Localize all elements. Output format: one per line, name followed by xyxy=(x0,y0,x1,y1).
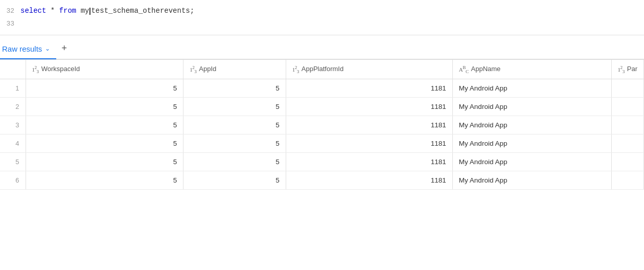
cell-par-1 xyxy=(611,79,643,98)
type-icon-appname: ABC xyxy=(459,65,469,74)
col-icon-workspaceid: 123 WorkspaceId xyxy=(32,65,80,74)
col-header-appname[interactable]: ABC AppName xyxy=(452,59,611,79)
cell-appplatformid-2: 1181 xyxy=(286,98,452,116)
cell-appname-3: My Android App xyxy=(452,116,611,134)
keyword-from: from xyxy=(59,7,77,15)
cell-workspaceid-3: 5 xyxy=(26,116,183,134)
tabs-bar: Raw results ⌄ + xyxy=(0,35,644,59)
cell-appid-6: 5 xyxy=(183,171,286,190)
cell-row_num-3: 3 xyxy=(0,116,26,134)
type-icon-par: 123 xyxy=(618,65,625,74)
cell-appid-3: 5 xyxy=(183,116,286,134)
type-icon-appid: 123 xyxy=(190,65,196,74)
cell-workspaceid-1: 5 xyxy=(26,79,183,98)
code-content-32: select * from mytest_schema_otherevents; xyxy=(20,5,194,16)
cell-appid-4: 5 xyxy=(183,134,286,153)
col-icon-appname: ABC AppName xyxy=(459,65,500,74)
table-row: 1551181My Android App xyxy=(0,79,644,98)
cell-appid-5: 5 xyxy=(183,153,286,171)
table-row: 5551181My Android App xyxy=(0,153,644,171)
line-number-33: 33 xyxy=(0,19,20,30)
cell-workspaceid-4: 5 xyxy=(26,134,183,153)
col-header-appplatformid[interactable]: 123 AppPlatformId xyxy=(286,59,452,79)
cell-row_num-5: 5 xyxy=(0,153,26,171)
type-icon-workspaceid: 123 xyxy=(32,65,39,74)
code-text: test_schema_otherevents; xyxy=(91,7,194,15)
col-icon-par: 123 Par xyxy=(618,65,637,74)
col-label-par: Par xyxy=(627,65,637,73)
col-label-appid: AppId xyxy=(199,65,216,73)
results-table: 123 WorkspaceId 123 AppId 123 AppPlatfor… xyxy=(0,59,644,190)
cell-workspaceid-6: 5 xyxy=(26,171,183,190)
cell-appplatformid-4: 1181 xyxy=(286,134,452,153)
add-tab-icon: + xyxy=(61,43,67,54)
code-line-32: 32 select * from mytest_schema_othereven… xyxy=(0,4,644,18)
col-header-par[interactable]: 123 Par xyxy=(611,59,643,79)
type-icon-appplatformid: 123 xyxy=(292,65,299,74)
cell-appplatformid-3: 1181 xyxy=(286,116,452,134)
table-row: 3551181My Android App xyxy=(0,116,644,134)
cell-appid-2: 5 xyxy=(183,98,286,116)
keyword-select: select xyxy=(20,7,46,15)
tab-raw-results[interactable]: Raw results ⌄ xyxy=(0,41,56,59)
col-header-rownum xyxy=(0,59,26,79)
cell-row_num-2: 2 xyxy=(0,98,26,116)
add-tab-button[interactable]: + xyxy=(56,41,72,59)
cell-par-5 xyxy=(611,153,643,171)
cell-appname-4: My Android App xyxy=(452,134,611,153)
code-text: * xyxy=(51,7,59,15)
cell-par-2 xyxy=(611,98,643,116)
cell-workspaceid-2: 5 xyxy=(26,98,183,116)
cell-appplatformid-6: 1181 xyxy=(286,171,452,190)
table-row: 6551181My Android App xyxy=(0,171,644,190)
table-row: 2551181My Android App xyxy=(0,98,644,116)
table-body: 1551181My Android App2551181My Android A… xyxy=(0,79,644,190)
col-header-workspaceid[interactable]: 123 WorkspaceId xyxy=(26,59,183,79)
cell-row_num-4: 4 xyxy=(0,134,26,153)
col-label-appplatformid: AppPlatformId xyxy=(302,65,343,73)
cell-appname-2: My Android App xyxy=(452,98,611,116)
cell-par-3 xyxy=(611,116,643,134)
col-label-workspaceid: WorkspaceId xyxy=(41,65,80,73)
table-row: 4551181My Android App xyxy=(0,134,644,153)
col-icon-appid: 123 AppId xyxy=(190,65,216,74)
cell-appname-6: My Android App xyxy=(452,171,611,190)
cell-row_num-6: 6 xyxy=(0,171,26,190)
tab-raw-results-label: Raw results xyxy=(2,44,42,53)
cell-workspaceid-5: 5 xyxy=(26,153,183,171)
line-number-32: 32 xyxy=(0,6,20,17)
cell-appplatformid-1: 1181 xyxy=(286,79,452,98)
cell-appname-5: My Android App xyxy=(452,153,611,171)
cell-appname-1: My Android App xyxy=(452,79,611,98)
cell-appid-1: 5 xyxy=(183,79,286,98)
col-icon-appplatformid: 123 AppPlatformId xyxy=(292,65,344,74)
results-table-wrapper: 123 WorkspaceId 123 AppId 123 AppPlatfor… xyxy=(0,59,644,190)
cell-par-4 xyxy=(611,134,643,153)
code-editor[interactable]: 32 select * from mytest_schema_othereven… xyxy=(0,0,644,35)
cell-par-6 xyxy=(611,171,643,190)
cell-row_num-1: 1 xyxy=(0,79,26,98)
table-header-row: 123 WorkspaceId 123 AppId 123 AppPlatfor… xyxy=(0,59,644,79)
code-line-33: 33 xyxy=(0,18,644,31)
code-text: my xyxy=(81,7,89,15)
tab-chevron-icon: ⌄ xyxy=(45,45,50,52)
col-label-appname: AppName xyxy=(471,65,501,73)
cell-appplatformid-5: 1181 xyxy=(286,153,452,171)
col-header-appid[interactable]: 123 AppId xyxy=(183,59,286,79)
